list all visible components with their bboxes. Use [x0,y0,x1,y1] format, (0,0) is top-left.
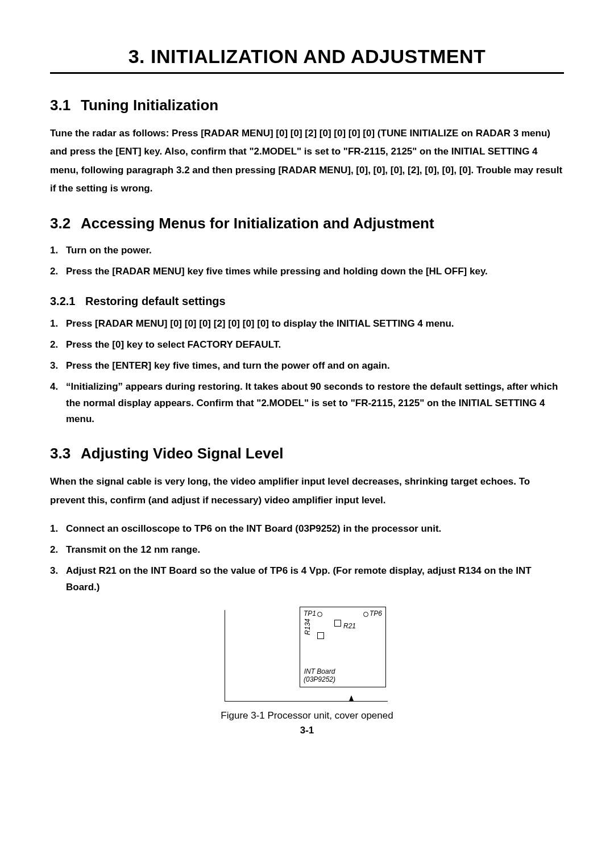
section-3-1-body: Tune the radar as follows: Press [RADAR … [50,124,564,198]
int-board-label: INT Board (03P9252) [304,667,335,684]
section-3-2-1-steps: Press [RADAR MENU] [0] [0] [0] [2] [0] [… [50,316,564,428]
figure-caption: Figure 3-1 Processor unit, cover opened [50,710,564,721]
tp-row: TP1 TP6 [304,610,382,617]
section-3-2-number: 3.2 [50,215,81,232]
section-3-3-number: 3.3 [50,445,81,462]
section-3-1-number: 3.1 [50,97,81,114]
section-3-2-1-number: 3.2.1 [50,295,85,308]
list-item: “Initializing” appears during restoring.… [50,379,564,428]
section-3-1-heading: 3.1Tuning Initialization [50,97,564,114]
int-board-box: TP1 TP6 R21 R134 INT Board (03P9252) [300,607,386,687]
list-item: Transmit on the 12 nm range. [50,542,564,558]
section-3-3-heading: 3.3Adjusting Video Signal Level [50,445,564,462]
section-3-3-title: Adjusting Video Signal Level [81,445,283,462]
tp6-dot-icon [363,612,368,617]
page-number: 3-1 [50,725,564,736]
section-3-2-1-title: Restoring default settings [85,295,226,307]
chapter-title-text: INITIALIZATION AND ADJUSTMENT [151,45,486,67]
figure-3-1: TP1 TP6 R21 R134 INT Board (03P9252) Fig… [50,607,564,721]
list-item: Connect an oscilloscope to TP6 on the IN… [50,521,564,537]
list-item: Press the [0] key to select FACTORY DEFA… [50,337,564,353]
list-item: Press [RADAR MENU] [0] [0] [0] [2] [0] [… [50,316,564,332]
arrow-up-icon [349,695,354,701]
page: 3. INITIALIZATION AND ADJUSTMENT 3.1Tuni… [0,0,614,868]
section-3-2-steps: Turn on the power. Press the [RADAR MENU… [50,243,564,280]
list-item: Turn on the power. [50,243,564,259]
section-3-2-heading: 3.2Accessing Menus for Initialization an… [50,215,564,232]
list-item: Press the [RADAR MENU] key five times wh… [50,264,564,280]
r21-box-icon [334,620,341,627]
tp1-label: TP1 [304,610,323,617]
tp1-dot-icon [317,612,322,617]
chapter-title: 3. INITIALIZATION AND ADJUSTMENT [50,45,564,68]
title-rule [50,72,564,74]
section-3-3-steps: Connect an oscilloscope to TP6 on the IN… [50,521,564,596]
r134-label: R134 [304,619,312,635]
section-3-2-1-heading: 3.2.1Restoring default settings [50,295,564,308]
section-3-2-title: Accessing Menus for Initialization and A… [81,215,434,232]
r21-label: R21 [343,622,356,630]
list-item: Press the [ENTER] key five times, and tu… [50,358,564,374]
chapter-number: 3. [128,45,145,67]
r134-box-icon [317,632,324,639]
section-3-1-title: Tuning Initialization [81,97,218,114]
figure-diagram: TP1 TP6 R21 R134 INT Board (03P9252) [225,607,389,703]
section-3-3-body: When the signal cable is very long, the … [50,473,564,510]
tp6-label: TP6 [362,610,382,617]
list-item: Adjust R21 on the INT Board so the value… [50,563,564,596]
